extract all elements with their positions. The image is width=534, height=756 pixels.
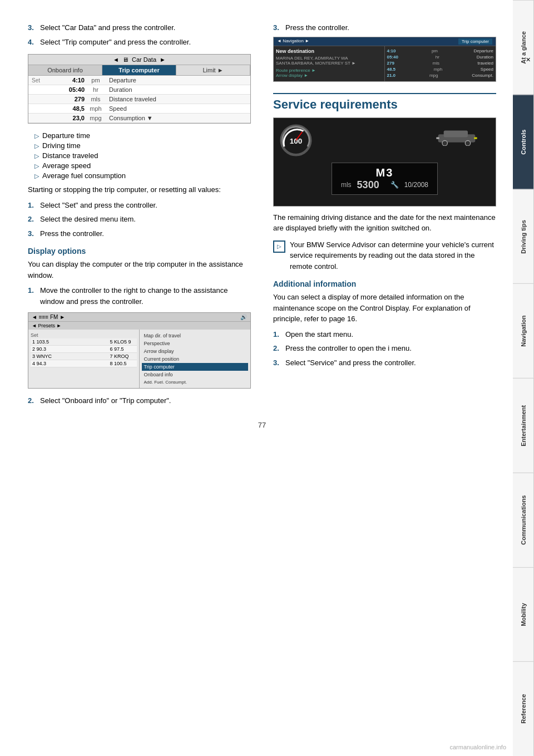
trip-row-3: 279 mls traveled (387, 61, 494, 66)
service-wrench-icon: 🔧 (390, 181, 399, 189)
add-info-step-2-text: Press the controller to open the i menu. (285, 343, 496, 354)
trip-val-4: 48.5 (387, 67, 396, 72)
tab-communications[interactable]: Communications (513, 473, 534, 567)
step-4-num: 4. (28, 37, 38, 48)
ss2-menu-trip[interactable]: Trip computer (142, 363, 249, 371)
ss2-menu: Map dir. of travel Perspective Arrow dis… (140, 330, 251, 388)
step-4: 4. Select "Trip computer" and press the … (28, 37, 251, 48)
tab-mobility[interactable]: Mobility (513, 567, 534, 662)
sub-step-1-num: 1. (28, 200, 38, 211)
bullet-list: ▷ Departure time ▷ Driving time ▷ Distan… (34, 131, 251, 180)
service-body-text: The remaining driving distance and the d… (273, 212, 496, 234)
display-step-2-num: 2. (28, 395, 38, 406)
car-data-screenshot: ◄ 🖥 Car Data ► ✕ Onboard info Trip compu… (28, 54, 251, 124)
ss-desc-4: Speed (107, 105, 247, 112)
ss2-subheader: ◄ Presets ► (28, 322, 250, 330)
ss-tab-limit: Limit ► (176, 65, 250, 75)
tab-navigation[interactable]: Navigation (513, 283, 534, 378)
service-info-box: M3 mls 5300 🔧 10/2008 (332, 163, 438, 195)
trip-row-5: 21.0 mpg Consumpt. (387, 73, 494, 78)
trip-address2: SANTA BARBARA, MONTERREY ST ► (276, 61, 382, 66)
ss2-header-fm: ◄ ≡≡≡ FM ► (32, 314, 65, 320)
ss-val-4: 48,5 (54, 105, 85, 112)
trip-ss-nav: ◄ Navigation ► (277, 38, 309, 45)
ss-tab-trip: Trip computer (102, 65, 176, 75)
bullet-driving: ▷ Driving time (34, 141, 251, 150)
service-dist-label: mls (341, 181, 352, 189)
sub-step-2-text: Select the desired menu item. (40, 214, 251, 225)
add-info-step-3-text: Select "Service" and press the controlle… (285, 357, 496, 369)
note-icon: ▷ (273, 240, 285, 253)
bullet-fuel: ▷ Average fuel consumption (34, 171, 251, 180)
ss-data-row-2: 05:40 hr Duration (28, 85, 250, 95)
add-info-step-1: 1. Open the start menu. (273, 329, 496, 340)
bullet-text-2: Driving time (42, 141, 81, 150)
trip-val-2: 05:40 (387, 55, 398, 60)
trip-unit-4: mph (434, 67, 443, 72)
ss2-station-2: 2 90.36 97.5 (31, 346, 137, 353)
display-step-1-text: Move the controller to the right to chan… (40, 285, 251, 307)
ss2-menu-position: Current position (142, 355, 249, 363)
right-step-3-num: 3. (273, 22, 283, 33)
tab-reference[interactable]: Reference (513, 661, 534, 756)
ss-header-title: Car Data (132, 56, 156, 63)
ss-unit-5: mpg (85, 115, 107, 121)
ss2-station-3: 3 WNYC7 KROQ (31, 353, 137, 360)
step-3-num: 3. (28, 22, 38, 33)
ss-tab-onboard: Onboard info (28, 65, 102, 75)
add-info-step-2: 2. Press the controller to open the i me… (273, 343, 496, 354)
trip-label-5: Consumpt. (472, 73, 493, 78)
watermark: carmanualonline.info (449, 744, 506, 750)
ss2-menu-onboard: Onboard info (142, 371, 249, 379)
main-content: 3. Select "Car Data" and press the contr… (0, 0, 513, 463)
service-distance: 5300 (357, 179, 379, 191)
trip-label-4: Speed (481, 67, 493, 72)
ss2-menu-perspective: Perspective (142, 340, 249, 347)
sub-step-1-text: Select "Set" and press the controller. (40, 200, 251, 211)
trip-ss-tc: Trip computer (458, 38, 492, 45)
sub-step-2: 2. Select the desired menu item. (28, 214, 251, 225)
trip-unit-2: hr (436, 55, 439, 60)
svg-text:100: 100 (290, 137, 303, 145)
display-options-heading: Display options (28, 247, 251, 256)
ss-header-arrow-left: ◄ (113, 56, 119, 63)
ss2-station-4: 4 94.38 100.5 (31, 360, 137, 367)
ss-set-label: Set (32, 77, 54, 84)
tab-bar: At a glance Controls Driving tips Naviga… (513, 0, 534, 756)
step-3-text: Select "Car Data" and press the controll… (40, 22, 251, 33)
trip-row-2: 05:40 hr Duration (387, 55, 494, 60)
trip-label-1: Departure (473, 48, 493, 53)
sub-step-2-num: 2. (28, 214, 38, 225)
ss-unit-2: hr (85, 86, 107, 93)
ss-val-1: 4:10 (54, 77, 85, 84)
tab-driving-tips[interactable]: Driving tips (513, 189, 534, 284)
trip-val-1: 4:10 (387, 48, 396, 53)
bullet-arrow-1: ▷ (34, 132, 39, 140)
bullet-departure: ▷ Departure time (34, 131, 251, 140)
service-date: 10/2008 (404, 181, 428, 189)
add-info-step-1-text: Open the start menu. (285, 329, 496, 340)
tab-entertainment[interactable]: Entertainment (513, 378, 534, 473)
ss-data-row-4: 48,5 mph Speed (28, 104, 250, 114)
bullet-text-5: Average fuel consumption (42, 171, 126, 180)
trip-computer-screenshot: ◄ Navigation ► Trip computer New destina… (273, 37, 496, 82)
bullet-text-3: Distance traveled (42, 151, 98, 160)
trip-row-1: 4:10 pm Departure (387, 48, 494, 53)
ss2-header-icon: 🔊 (240, 314, 247, 320)
display-step-1-num: 1. (28, 285, 38, 307)
ss2-menu-map: Map dir. of travel (142, 332, 249, 340)
add-info-step-3-num: 3. (273, 357, 283, 369)
sub-step-3-text: Press the controller. (40, 228, 251, 239)
trip-right-panel: 4:10 pm Departure 05:40 hr Duration 279 … (385, 46, 496, 81)
bullet-text-4: Average speed (42, 161, 91, 170)
car-icon (434, 126, 479, 146)
svg-point-6 (465, 140, 470, 145)
tab-at-a-glance[interactable]: At a glance (513, 0, 534, 95)
ss-val-5: 23,0 (54, 115, 85, 121)
service-model: M3 (341, 166, 428, 179)
trip-new-dest: New destination (276, 48, 382, 54)
additional-info-body: You can select a display of more detaile… (273, 292, 496, 325)
ss2-menu-arrow: Arrow display (142, 347, 249, 355)
step-3: 3. Select "Car Data" and press the contr… (28, 22, 251, 33)
tab-controls[interactable]: Controls (513, 95, 534, 189)
